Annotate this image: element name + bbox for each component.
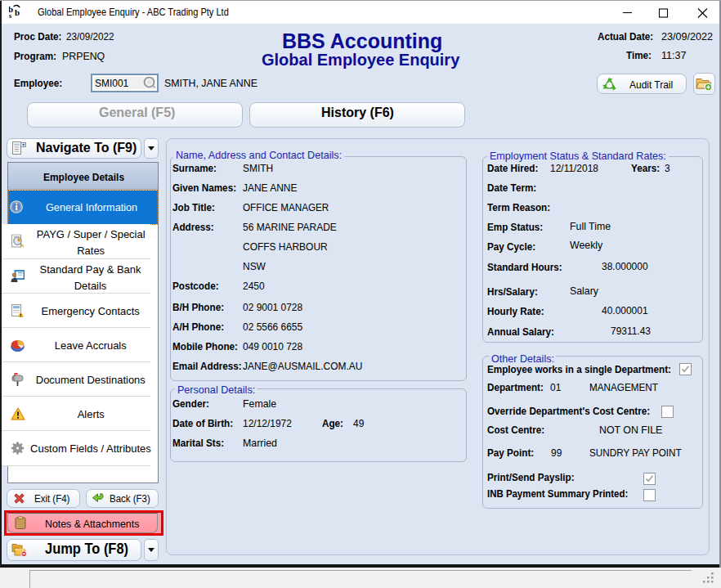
svg-text:b: b [15,7,20,17]
svg-text:s: s [9,12,11,19]
